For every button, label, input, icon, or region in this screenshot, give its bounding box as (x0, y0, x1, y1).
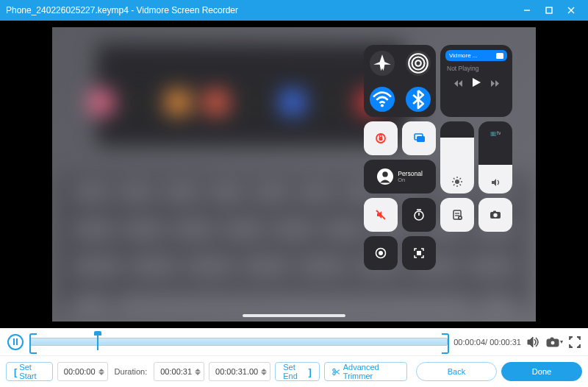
seek-slider[interactable] (29, 335, 448, 349)
focus-tile[interactable]: Personal On (364, 160, 436, 194)
minimize-button[interactable] (516, 0, 538, 21)
playhead[interactable] (97, 334, 98, 350)
titlebar: Phone_240226025227.keymp4 - Vidmore Scre… (0, 0, 588, 21)
volume-slider[interactable]: 📺tv (478, 121, 512, 194)
svg-rect-12 (496, 53, 503, 59)
brightness-icon (451, 176, 463, 188)
end-time-down[interactable] (261, 372, 267, 375)
fullscreen-button[interactable] (569, 336, 581, 348)
pause-icon (13, 338, 18, 345)
duration-up[interactable] (195, 369, 201, 372)
done-button[interactable]: Done (501, 362, 582, 381)
video-area: 74% Vidmore ... (0, 21, 588, 328)
bracket-open-icon: [ (14, 366, 17, 377)
window-title: Phone_240226025227.keymp4 - Vidmore Scre… (6, 5, 238, 15)
connectivity-group (364, 45, 436, 117)
home-indicator (243, 314, 345, 317)
svg-point-8 (415, 60, 420, 65)
svg-rect-14 (379, 137, 383, 141)
speaker-icon (490, 177, 501, 188)
set-start-button[interactable]: [ Set Start (6, 362, 53, 381)
bracket-close-icon: ] (309, 366, 312, 377)
media-app-icon (496, 53, 503, 59)
screen-record-button[interactable] (364, 236, 398, 270)
trim-toolbar: [ Set Start 00:00:00 Duration: 00:00:31 … (0, 356, 588, 387)
volume-button[interactable] (527, 336, 540, 348)
wifi-toggle[interactable] (370, 87, 395, 112)
svg-line-25 (460, 178, 462, 180)
scissors-icon (332, 367, 340, 377)
svg-point-11 (380, 104, 383, 107)
svg-rect-40 (493, 211, 496, 213)
bluetooth-toggle[interactable] (406, 87, 431, 112)
svg-line-23 (460, 185, 462, 186)
svg-point-17 (455, 180, 459, 184)
svg-point-42 (379, 251, 383, 255)
start-time-down[interactable] (98, 372, 104, 375)
clip-start-handle[interactable] (29, 333, 35, 351)
duration-label: Duration: (112, 367, 150, 376)
window-title-app: Vidmore Screen Recorder (136, 5, 238, 15)
media-status: Not Playing (445, 65, 507, 72)
playback-bar: 00:00:04/ 00:00:31 ▾ (0, 328, 588, 356)
airplane-mode-toggle[interactable] (370, 51, 395, 76)
media-next-button[interactable] (489, 77, 499, 90)
svg-line-22 (453, 178, 455, 180)
airdrop-toggle[interactable] (406, 51, 431, 76)
control-center: Vidmore ... Not Playing (364, 45, 518, 270)
silent-mode-toggle[interactable] (364, 198, 398, 232)
volume-icon: 📺tv (490, 127, 501, 138)
media-tile[interactable]: Vidmore ... Not Playing (440, 45, 512, 117)
camera-button[interactable] (478, 198, 512, 232)
back-button[interactable]: Back (416, 362, 497, 381)
maximize-button[interactable] (538, 0, 560, 21)
svg-point-27 (383, 171, 388, 177)
brightness-slider[interactable] (440, 121, 474, 194)
video-frame[interactable]: 74% Vidmore ... (52, 27, 536, 322)
clip-end-handle[interactable] (442, 333, 448, 351)
focus-state: On (398, 177, 423, 183)
svg-rect-1 (546, 7, 552, 13)
advanced-trimmer-button[interactable]: Advanced Trimmer (324, 362, 407, 381)
end-time-field[interactable]: 00:00:31.00 (209, 362, 270, 381)
time-display: 00:00:04/ 00:00:31 (453, 338, 521, 347)
start-time-field[interactable]: 00:00:00 (57, 362, 108, 381)
notes-button[interactable] (440, 198, 474, 232)
media-prev-button[interactable] (454, 77, 465, 90)
chevron-down-icon: ▾ (560, 338, 563, 345)
snapshot-button[interactable]: ▾ (546, 337, 563, 347)
media-play-button[interactable] (472, 77, 481, 90)
start-time-up[interactable] (98, 369, 104, 372)
qr-scan-button[interactable] (402, 236, 436, 270)
svg-rect-46 (551, 338, 553, 340)
duration-field[interactable]: 00:00:31 (154, 362, 204, 381)
end-time-up[interactable] (261, 369, 267, 372)
svg-text:📺tv: 📺tv (490, 129, 501, 136)
svg-point-39 (493, 213, 497, 217)
person-icon (377, 168, 393, 185)
media-app-badge: Vidmore ... (445, 50, 507, 61)
svg-point-45 (551, 341, 555, 345)
duration-down[interactable] (195, 372, 201, 375)
set-end-button[interactable]: Set End ] (275, 362, 320, 381)
svg-point-9 (412, 57, 424, 69)
close-button[interactable] (560, 0, 582, 21)
svg-rect-43 (417, 251, 421, 255)
rotation-lock-toggle[interactable] (364, 121, 398, 155)
window-title-filename: Phone_240226025227.keymp4 (6, 5, 129, 15)
timer-button[interactable] (402, 198, 436, 232)
pause-button[interactable] (7, 334, 24, 350)
svg-rect-16 (417, 136, 425, 142)
screen-mirroring-button[interactable] (402, 121, 436, 155)
svg-line-24 (453, 185, 455, 186)
